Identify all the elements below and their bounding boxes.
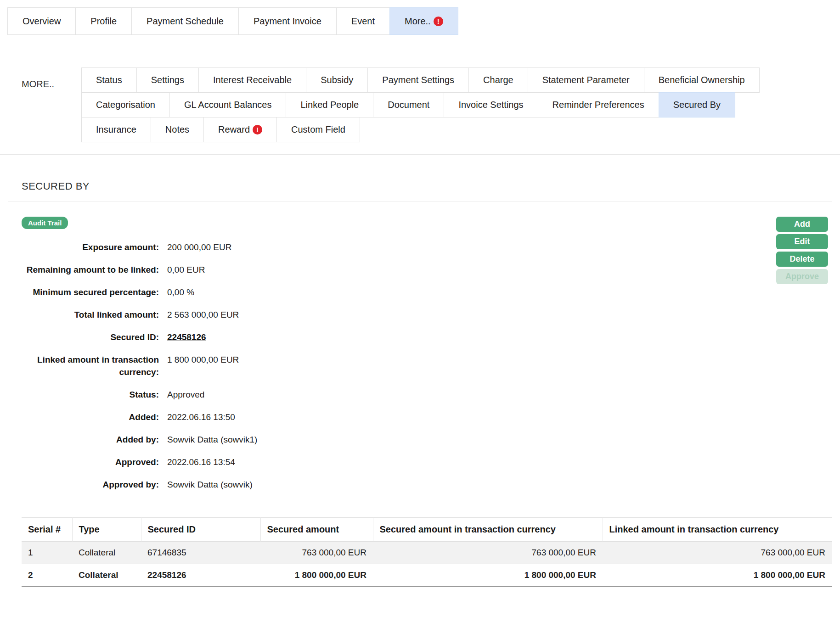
field-linked-amount-txn-currency: Linked amount in transaction currency: 1… (0, 353, 840, 378)
col-header-secured-amount: Secured amount (260, 518, 373, 542)
subtab-notes[interactable]: Notes (151, 117, 204, 142)
delete-button[interactable]: Delete (776, 252, 828, 267)
table-row[interactable]: 1 Collateral 67146835 763 000,00 EUR 763… (22, 542, 832, 564)
status-value: Approved (167, 388, 204, 401)
field-label: Added: (0, 411, 159, 423)
field-value: Sowvik Datta (sowvik) (167, 478, 253, 491)
subtab-label: Invoice Settings (458, 100, 523, 110)
tab-payment-invoice[interactable]: Payment Invoice (238, 7, 337, 35)
tab-label: Event (351, 16, 375, 27)
tab-label: More.. (405, 16, 431, 27)
subtab-payment-settings[interactable]: Payment Settings (367, 67, 469, 93)
subtab-row-3: Insurance Notes Reward ! Custom Field (81, 117, 760, 142)
field-value: 2022.06.16 13:50 (167, 411, 235, 423)
field-exposure-amount: Exposure amount: 200 000,00 EUR (0, 241, 840, 253)
subtab-label: Notes (165, 124, 189, 135)
subtab-reward[interactable]: Reward ! (203, 117, 277, 142)
field-value: 0,00 % (167, 286, 194, 298)
cell-type: Collateral (72, 564, 141, 587)
col-header-secured-amount-txn: Secured amount in transaction currency (373, 518, 603, 542)
field-label: Total linked amount: (0, 308, 159, 321)
field-label: Approved by: (0, 478, 159, 491)
subtab-label: Custom Field (291, 124, 345, 135)
field-added-by: Added by: Sowvik Datta (sowvik1) (0, 433, 840, 446)
subtab-label: Statement Parameter (542, 75, 630, 85)
approve-button[interactable]: Approve (776, 269, 828, 284)
action-button-group: Add Edit Delete Approve (776, 217, 828, 286)
subtab-row-1: Status Settings Interest Receivable Subs… (81, 67, 760, 93)
field-total-linked-amount: Total linked amount: 2 563 000,00 EUR (0, 308, 840, 321)
field-minimum-secured-percentage: Minimum secured percentage: 0,00 % (0, 286, 840, 298)
tab-label: Payment Invoice (254, 16, 321, 27)
field-value: 1 800 000,00 EUR (167, 353, 239, 378)
tab-label: Overview (23, 16, 61, 27)
subtab-categorisation[interactable]: Categorisation (81, 92, 170, 118)
field-label: Added by: (0, 433, 159, 446)
subtab-custom-field[interactable]: Custom Field (276, 117, 360, 142)
cell-serial: 2 (22, 564, 72, 587)
subtab-linked-people[interactable]: Linked People (286, 92, 373, 118)
col-header-serial: Serial # (22, 518, 72, 542)
cell-secured-id: 22458126 (141, 564, 260, 587)
subtab-charge[interactable]: Charge (468, 67, 528, 93)
field-label: Minimum secured percentage: (0, 286, 159, 298)
tab-event[interactable]: Event (336, 7, 390, 35)
add-button[interactable]: Add (776, 217, 828, 232)
edit-button[interactable]: Edit (776, 234, 828, 249)
tab-overview[interactable]: Overview (7, 7, 76, 35)
subtab-statement-parameter[interactable]: Statement Parameter (528, 67, 644, 93)
subtab-secured-by[interactable]: Secured By (659, 92, 735, 118)
subtab-subsidy[interactable]: Subsidy (306, 67, 368, 93)
field-label: Approved: (0, 456, 159, 468)
subtab-rows: Status Settings Interest Receivable Subs… (81, 68, 760, 142)
table-header-row: Serial # Type Secured ID Secured amount … (22, 518, 832, 542)
field-label: Linked amount in transaction currency: (0, 353, 159, 378)
subtab-label: Reward (218, 124, 250, 135)
cell-secured-amount: 763 000,00 EUR (260, 542, 373, 564)
panel-divider (0, 154, 840, 155)
cell-secured-amount-txn: 763 000,00 EUR (373, 542, 603, 564)
subtab-gl-account-balances[interactable]: GL Account Balances (169, 92, 287, 118)
page-title: SECURED BY (22, 180, 840, 192)
subtab-document[interactable]: Document (373, 92, 444, 118)
col-header-linked-amount-txn: Linked amount in transaction currency (603, 518, 832, 542)
field-secured-id: Secured ID: 22458126 (0, 331, 840, 343)
subtab-interest-receivable[interactable]: Interest Receivable (198, 67, 306, 93)
subtab-label: Beneficial Ownership (659, 75, 745, 85)
cell-type: Collateral (72, 542, 141, 564)
field-remaining-amount: Remaining amount to be linked: 0,00 EUR (0, 263, 840, 276)
subtab-invoice-settings[interactable]: Invoice Settings (444, 92, 538, 118)
cell-secured-amount-txn: 1 800 000,00 EUR (373, 564, 603, 587)
subtab-status[interactable]: Status (81, 67, 137, 93)
col-header-secured-id: Secured ID (141, 518, 260, 542)
tab-payment-schedule[interactable]: Payment Schedule (131, 7, 239, 35)
cell-secured-id: 67146835 (141, 542, 260, 564)
cell-secured-amount: 1 800 000,00 EUR (260, 564, 373, 587)
field-added: Added: 2022.06.16 13:50 (0, 411, 840, 423)
field-approved-by: Approved by: Sowvik Datta (sowvik) (0, 478, 840, 491)
field-status: Status: Approved (0, 388, 840, 401)
subtab-row-2: Categorisation GL Account Balances Linke… (81, 92, 760, 118)
table-row-selected[interactable]: 2 Collateral 22458126 1 800 000,00 EUR 1… (22, 564, 832, 587)
subtab-settings[interactable]: Settings (136, 67, 199, 93)
alert-icon: ! (253, 125, 262, 134)
audit-trail-button[interactable]: Audit Trail (22, 217, 68, 229)
secured-by-content: Audit Trail Add Edit Delete Approve Expo… (0, 217, 840, 587)
tab-more[interactable]: More.. ! (389, 7, 458, 35)
field-value: Sowvik Datta (sowvik1) (167, 433, 257, 446)
secured-id-link[interactable]: 22458126 (167, 331, 206, 343)
main-tab-bar: Overview Profile Payment Schedule Paymen… (7, 7, 840, 35)
subtab-insurance[interactable]: Insurance (81, 117, 151, 142)
subtab-label: Payment Settings (382, 75, 454, 85)
field-value: 200 000,00 EUR (167, 241, 232, 253)
subtab-label: Interest Receivable (213, 75, 292, 85)
field-value: 2022.06.16 13:54 (167, 456, 235, 468)
cell-serial: 1 (22, 542, 72, 564)
col-header-type: Type (72, 518, 141, 542)
subtab-label: Categorisation (96, 100, 155, 110)
subtab-reminder-preferences[interactable]: Reminder Preferences (538, 92, 659, 118)
subtab-beneficial-ownership[interactable]: Beneficial Ownership (644, 67, 760, 93)
tab-label: Payment Schedule (147, 16, 224, 27)
tab-profile[interactable]: Profile (75, 7, 132, 35)
cell-linked-amount-txn: 763 000,00 EUR (603, 542, 832, 564)
